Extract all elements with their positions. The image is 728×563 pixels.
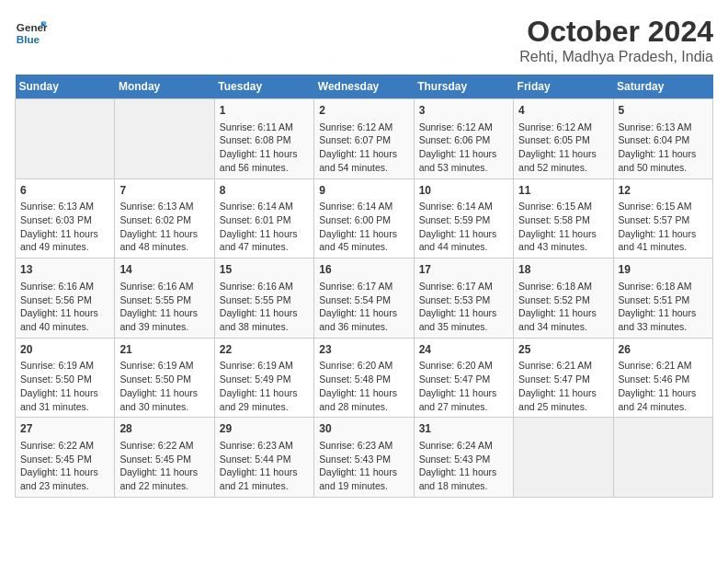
header-row: SundayMondayTuesdayWednesdayThursdayFrid… [16,75,713,99]
day-content: Sunrise: 6:13 AM Sunset: 6:04 PM Dayligh… [619,121,708,175]
day-content: Sunrise: 6:15 AM Sunset: 5:57 PM Dayligh… [619,200,708,254]
day-number: 10 [419,183,508,199]
day-number: 30 [319,421,408,437]
day-number: 2 [319,103,408,119]
header-cell-wednesday: Wednesday [314,75,414,99]
day-number: 26 [619,342,708,358]
day-content: Sunrise: 6:13 AM Sunset: 6:03 PM Dayligh… [20,200,109,254]
day-content: Sunrise: 6:17 AM Sunset: 5:54 PM Dayligh… [319,280,408,334]
calendar-cell: 23Sunrise: 6:20 AM Sunset: 5:48 PM Dayli… [314,338,414,418]
calendar-cell: 4Sunrise: 6:12 AM Sunset: 6:05 PM Daylig… [514,99,613,179]
calendar-week-2: 6Sunrise: 6:13 AM Sunset: 6:03 PM Daylig… [16,178,713,259]
day-number: 5 [619,103,708,119]
calendar-cell: 7Sunrise: 6:13 AM Sunset: 6:02 PM Daylig… [115,178,214,259]
calendar-cell: 25Sunrise: 6:21 AM Sunset: 5:47 PM Dayli… [514,338,613,418]
day-content: Sunrise: 6:16 AM Sunset: 5:55 PM Dayligh… [119,280,209,334]
day-number: 13 [20,262,109,278]
title-block: October 2024 Rehti, Madhya Pradesh, Indi… [519,15,713,65]
svg-text:Blue: Blue [17,33,40,45]
day-content: Sunrise: 6:13 AM Sunset: 6:02 PM Dayligh… [119,200,209,254]
day-number: 25 [518,342,608,358]
calendar-cell: 16Sunrise: 6:17 AM Sunset: 5:54 PM Dayli… [314,259,414,339]
calendar-cell [514,418,613,498]
header-cell-tuesday: Tuesday [214,75,313,99]
calendar-cell: 22Sunrise: 6:19 AM Sunset: 5:49 PM Dayli… [214,338,313,418]
day-number: 28 [119,421,209,437]
calendar-cell: 29Sunrise: 6:23 AM Sunset: 5:44 PM Dayli… [214,418,313,498]
day-content: Sunrise: 6:20 AM Sunset: 5:47 PM Dayligh… [419,359,508,413]
calendar-cell: 3Sunrise: 6:12 AM Sunset: 6:06 PM Daylig… [414,99,513,179]
day-content: Sunrise: 6:21 AM Sunset: 5:46 PM Dayligh… [619,359,708,413]
day-number: 22 [220,342,309,358]
header-cell-friday: Friday [514,75,613,99]
day-number: 21 [119,342,209,358]
day-content: Sunrise: 6:14 AM Sunset: 6:00 PM Dayligh… [319,200,408,254]
header-cell-sunday: Sunday [16,75,115,99]
calendar-cell: 14Sunrise: 6:16 AM Sunset: 5:55 PM Dayli… [115,259,214,339]
logo: General Blue [15,15,48,48]
calendar-cell: 27Sunrise: 6:22 AM Sunset: 5:45 PM Dayli… [16,418,115,498]
calendar-cell: 2Sunrise: 6:12 AM Sunset: 6:07 PM Daylig… [314,99,414,179]
day-number: 23 [319,342,408,358]
header-cell-thursday: Thursday [414,75,513,99]
day-number: 4 [518,103,608,119]
day-content: Sunrise: 6:12 AM Sunset: 6:07 PM Dayligh… [319,121,408,175]
calendar-cell: 21Sunrise: 6:19 AM Sunset: 5:50 PM Dayli… [115,338,214,418]
day-number: 9 [319,183,408,199]
day-content: Sunrise: 6:15 AM Sunset: 5:58 PM Dayligh… [518,200,608,254]
day-number: 20 [20,342,109,358]
calendar-cell [16,99,115,179]
day-content: Sunrise: 6:23 AM Sunset: 5:43 PM Dayligh… [319,439,408,493]
calendar-header: SundayMondayTuesdayWednesdayThursdayFrid… [16,75,713,99]
day-number: 8 [220,183,309,199]
day-content: Sunrise: 6:16 AM Sunset: 5:55 PM Dayligh… [220,280,309,334]
day-number: 16 [319,262,408,278]
calendar-cell: 11Sunrise: 6:15 AM Sunset: 5:58 PM Dayli… [514,178,613,259]
calendar-cell: 19Sunrise: 6:18 AM Sunset: 5:51 PM Dayli… [613,259,712,339]
day-content: Sunrise: 6:17 AM Sunset: 5:53 PM Dayligh… [419,280,508,334]
day-number: 27 [20,421,109,437]
calendar-cell: 24Sunrise: 6:20 AM Sunset: 5:47 PM Dayli… [414,338,513,418]
day-number: 1 [220,103,309,119]
calendar-week-3: 13Sunrise: 6:16 AM Sunset: 5:56 PM Dayli… [16,259,713,339]
calendar-cell: 17Sunrise: 6:17 AM Sunset: 5:53 PM Dayli… [414,259,513,339]
day-content: Sunrise: 6:12 AM Sunset: 6:05 PM Dayligh… [518,121,608,175]
day-content: Sunrise: 6:21 AM Sunset: 5:47 PM Dayligh… [518,359,608,413]
calendar-cell: 13Sunrise: 6:16 AM Sunset: 5:56 PM Dayli… [16,259,115,339]
day-content: Sunrise: 6:23 AM Sunset: 5:44 PM Dayligh… [220,439,309,493]
calendar-cell: 15Sunrise: 6:16 AM Sunset: 5:55 PM Dayli… [214,259,313,339]
calendar-cell: 18Sunrise: 6:18 AM Sunset: 5:52 PM Dayli… [514,259,613,339]
day-number: 15 [220,262,309,278]
day-content: Sunrise: 6:19 AM Sunset: 5:50 PM Dayligh… [20,359,109,413]
calendar-cell: 10Sunrise: 6:14 AM Sunset: 5:59 PM Dayli… [414,178,513,259]
day-content: Sunrise: 6:16 AM Sunset: 5:56 PM Dayligh… [20,280,109,334]
calendar-week-4: 20Sunrise: 6:19 AM Sunset: 5:50 PM Dayli… [16,338,713,418]
day-number: 6 [20,183,109,199]
day-content: Sunrise: 6:19 AM Sunset: 5:49 PM Dayligh… [220,359,309,413]
page-title: October 2024 [519,15,713,49]
calendar-cell: 26Sunrise: 6:21 AM Sunset: 5:46 PM Dayli… [613,338,712,418]
day-number: 18 [518,262,608,278]
day-content: Sunrise: 6:19 AM Sunset: 5:50 PM Dayligh… [119,359,209,413]
calendar-cell: 5Sunrise: 6:13 AM Sunset: 6:04 PM Daylig… [613,99,712,179]
day-content: Sunrise: 6:12 AM Sunset: 6:06 PM Dayligh… [419,121,508,175]
calendar-cell: 31Sunrise: 6:24 AM Sunset: 5:43 PM Dayli… [414,418,513,498]
day-number: 31 [419,421,508,437]
calendar-cell: 28Sunrise: 6:22 AM Sunset: 5:45 PM Dayli… [115,418,214,498]
day-content: Sunrise: 6:22 AM Sunset: 5:45 PM Dayligh… [119,439,209,493]
page-subtitle: Rehti, Madhya Pradesh, India [519,49,713,65]
day-number: 11 [518,183,608,199]
calendar-cell [115,99,214,179]
day-content: Sunrise: 6:18 AM Sunset: 5:52 PM Dayligh… [518,280,608,334]
day-number: 29 [220,421,309,437]
calendar-cell: 9Sunrise: 6:14 AM Sunset: 6:00 PM Daylig… [314,178,414,259]
day-content: Sunrise: 6:14 AM Sunset: 6:01 PM Dayligh… [220,200,309,254]
day-number: 19 [619,262,708,278]
day-content: Sunrise: 6:22 AM Sunset: 5:45 PM Dayligh… [20,439,109,493]
day-content: Sunrise: 6:11 AM Sunset: 6:08 PM Dayligh… [220,121,309,175]
day-content: Sunrise: 6:18 AM Sunset: 5:51 PM Dayligh… [619,280,708,334]
header-cell-monday: Monday [115,75,214,99]
day-content: Sunrise: 6:14 AM Sunset: 5:59 PM Dayligh… [419,200,508,254]
calendar-body: 1Sunrise: 6:11 AM Sunset: 6:08 PM Daylig… [16,99,713,498]
day-number: 14 [119,262,209,278]
